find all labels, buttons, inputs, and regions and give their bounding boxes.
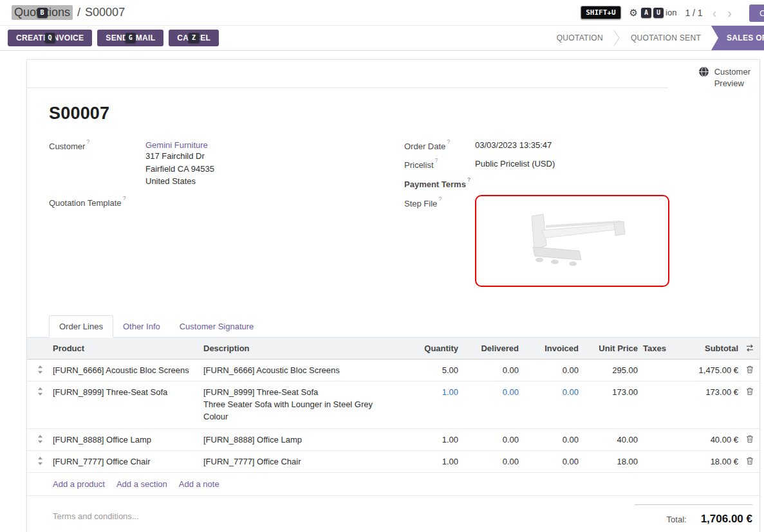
- quotation-template-field[interactable]: [145, 197, 404, 208]
- cell-subtotal: 40.00 €: [671, 429, 743, 451]
- order-line-row: [FURN_8888] Office Lamp [FURN_8888] Offi…: [27, 429, 759, 451]
- cell-product[interactable]: [FURN_7777] Office Chair: [53, 451, 203, 473]
- delete-row-button[interactable]: [743, 451, 759, 473]
- header-delivered: Delivered: [463, 338, 524, 360]
- payment-terms-field[interactable]: [475, 178, 759, 190]
- tab-customer-signature[interactable]: Customer Signature: [170, 316, 264, 337]
- cell-product[interactable]: [FURN_8999] Three-Seat Sofa: [53, 381, 203, 429]
- cell-taxes[interactable]: [643, 359, 671, 381]
- cell-unit-price[interactable]: 295.00: [584, 359, 643, 381]
- cell-delivered[interactable]: 0.00: [463, 359, 524, 381]
- delete-row-button[interactable]: [743, 429, 759, 451]
- hotkey-badge-u: U: [653, 8, 664, 18]
- cell-description[interactable]: [FURN_7777] Office Chair: [203, 451, 404, 473]
- cell-quantity[interactable]: 5.00: [404, 359, 463, 381]
- drag-handle-icon[interactable]: [27, 451, 53, 473]
- cell-unit-price[interactable]: 18.00: [584, 451, 643, 473]
- order-line-row: [FURN_7777] Office Chair [FURN_7777] Off…: [27, 451, 759, 473]
- pager-next-icon[interactable]: ›: [726, 6, 733, 19]
- help-icon: ?: [447, 138, 450, 145]
- pricelist-label: Pricelist?: [404, 159, 475, 170]
- breadcrumb-separator: /: [77, 6, 80, 19]
- cell-unit-price[interactable]: 173.00: [584, 381, 643, 429]
- create-invoice-button[interactable]: CREATE INVOICE Q: [8, 30, 92, 46]
- hotkey-badge-g: G: [126, 33, 136, 43]
- order-line-row: [FURN_8999] Three-Seat Sofa [FURN_8999] …: [27, 381, 759, 429]
- content-area: Customer Preview S00007 Customer? Gemini…: [26, 59, 760, 532]
- add-section-link[interactable]: Add a section: [116, 479, 167, 489]
- tab-order-lines[interactable]: Order Lines: [49, 315, 113, 338]
- drag-handle-icon[interactable]: [27, 359, 53, 381]
- pager-previous-icon[interactable]: ‹: [711, 6, 718, 19]
- header-subtotal: Subtotal: [671, 338, 743, 360]
- cell-invoiced[interactable]: 0.00: [524, 381, 584, 429]
- customer-link[interactable]: Gemini Furniture: [145, 140, 208, 150]
- topbar-controls: SHIFT+U ⚙ A U ion 1 / 1 ‹ ›: [581, 6, 733, 19]
- step-file-image[interactable]: [475, 195, 669, 287]
- action-menu-label: ion: [666, 8, 676, 17]
- quotation-template-label: Quotation Template?: [49, 197, 145, 208]
- hotkey-badge-z: Z: [189, 33, 199, 43]
- total-box: Total: 1,706.00 €: [635, 504, 752, 526]
- drag-handle-icon[interactable]: [27, 381, 53, 429]
- stage-quotation[interactable]: QUOTATION: [546, 26, 613, 50]
- cell-delivered[interactable]: 0.00: [463, 381, 524, 429]
- order-lines-table: Product Description Quantity Delivered I…: [27, 338, 759, 473]
- cell-description[interactable]: [FURN_8999] Three-Seat Sofa Three Seater…: [203, 381, 404, 429]
- tab-other-info[interactable]: Other Info: [113, 316, 170, 337]
- cancel-button[interactable]: CANCEL Z: [169, 30, 219, 46]
- drag-handle-icon[interactable]: [27, 429, 53, 451]
- stage-quotation-sent[interactable]: QUOTATION SENT: [620, 26, 711, 50]
- form-sheet: Customer Preview S00007 Customer? Gemini…: [26, 59, 760, 532]
- cell-delivered[interactable]: 0.00: [463, 451, 524, 473]
- cell-quantity[interactable]: 1.00: [404, 429, 463, 451]
- customer-label: Customer?: [49, 140, 145, 188]
- cell-subtotal: 1,475.00 €: [671, 359, 743, 381]
- payment-terms-label: Payment Terms?: [404, 178, 475, 190]
- gear-icon: ⚙: [629, 7, 638, 19]
- hotkey-badge-a: A: [641, 8, 651, 18]
- help-icon: ?: [123, 195, 126, 201]
- breadcrumb-quotations-link[interactable]: Quotations B: [12, 5, 73, 20]
- notebook-tabs: Order Lines Other Info Customer Signatur…: [27, 315, 759, 338]
- delete-row-button[interactable]: [743, 359, 759, 381]
- cell-quantity[interactable]: 1.00: [404, 381, 463, 429]
- order-date-field[interactable]: 03/03/2023 13:35:47: [475, 140, 759, 151]
- stage-sales-order[interactable]: SALES ORDER: [711, 26, 764, 50]
- action-menu-button[interactable]: ⚙ A U ion: [629, 7, 677, 19]
- cell-description[interactable]: [FURN_6666] Acoustic Bloc Screens: [203, 359, 404, 381]
- cell-invoiced[interactable]: 0.00: [524, 359, 584, 381]
- cell-product[interactable]: [FURN_8888] Office Lamp: [53, 429, 203, 451]
- terms-and-conditions-field[interactable]: Terms and conditions...: [53, 511, 139, 521]
- table-header-row: Product Description Quantity Delivered I…: [27, 338, 759, 360]
- add-note-link[interactable]: Add a note: [179, 479, 219, 489]
- send-email-button[interactable]: SEND EMAIL G: [97, 30, 163, 46]
- cell-unit-price[interactable]: 40.00: [584, 429, 643, 451]
- optional-columns-icon[interactable]: [743, 338, 759, 360]
- cell-subtotal: 173.00 €: [671, 381, 743, 429]
- customer-preview-label: Customer Preview: [714, 66, 750, 89]
- cell-taxes[interactable]: [643, 451, 671, 473]
- pricelist-field[interactable]: Public Pricelist (USD): [475, 159, 759, 170]
- cell-invoiced[interactable]: 0.00: [524, 429, 584, 451]
- create-button[interactable]: Create: [749, 5, 764, 22]
- cell-description[interactable]: [FURN_8888] Office Lamp: [203, 429, 404, 451]
- cell-product[interactable]: [FURN_6666] Acoustic Bloc Screens: [53, 359, 203, 381]
- customer-preview-button[interactable]: Customer Preview: [698, 66, 750, 89]
- pager[interactable]: 1 / 1: [685, 8, 702, 18]
- sheet-divider: [27, 87, 668, 88]
- add-product-link[interactable]: Add a product: [53, 479, 105, 489]
- breadcrumb-bar: Quotations B / S00007 SHIFT+U ⚙ A U ion …: [0, 0, 764, 26]
- help-icon: ?: [438, 196, 442, 202]
- cell-invoiced[interactable]: 0.00: [524, 451, 584, 473]
- chevron-right-icon: [613, 26, 620, 50]
- cell-delivered[interactable]: 0.00: [463, 429, 524, 451]
- action-bar: CREATE INVOICE Q SEND EMAIL G CANCEL Z Q…: [0, 26, 764, 51]
- sheet-footer: Terms and conditions... Total: 1,706.00 …: [27, 496, 759, 532]
- cell-taxes[interactable]: [643, 429, 671, 451]
- cell-quantity[interactable]: 1.00: [404, 451, 463, 473]
- delete-row-button[interactable]: [743, 381, 759, 429]
- cell-taxes[interactable]: [643, 381, 671, 429]
- page-title: S00007: [49, 104, 759, 124]
- header-quantity: Quantity: [404, 338, 463, 360]
